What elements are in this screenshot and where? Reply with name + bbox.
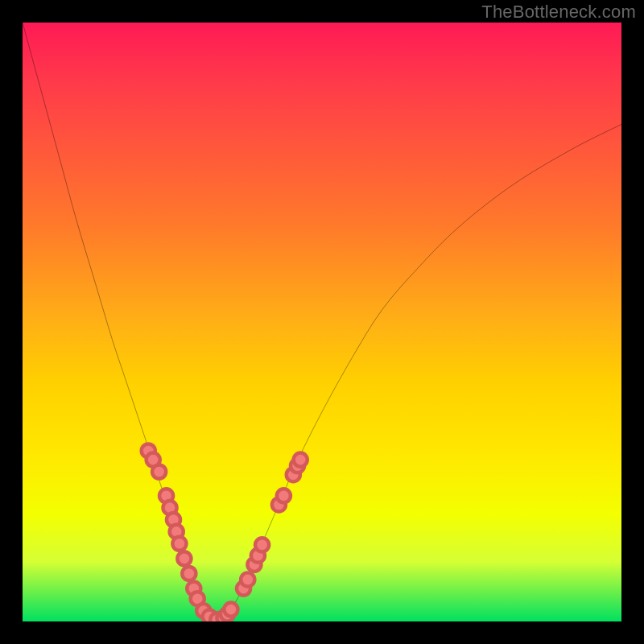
plot-area [23,23,621,621]
chart-frame: TheBottleneck.com [0,0,644,644]
watermark-text: TheBottleneck.com [481,2,636,23]
